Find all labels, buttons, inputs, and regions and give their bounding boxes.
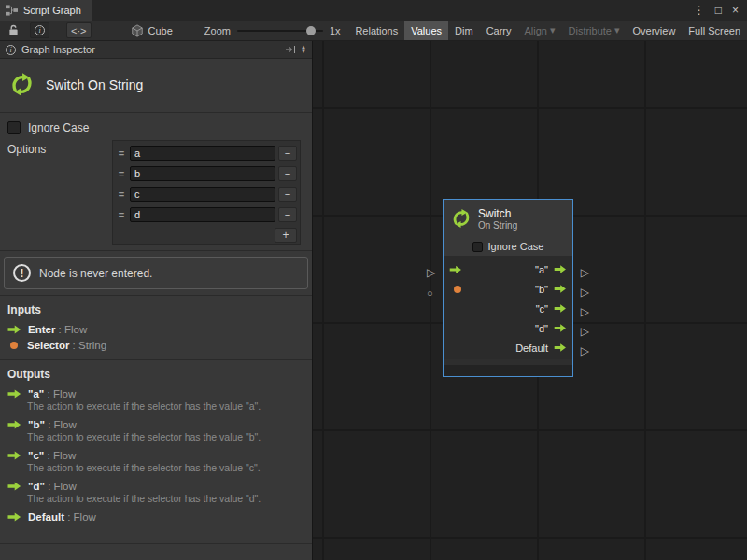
ignore-case-checkbox[interactable] — [7, 121, 21, 134]
port-name: Selector — [27, 340, 69, 351]
drag-handle-icon[interactable]: = — [116, 147, 127, 159]
port-label: "b" — [535, 284, 548, 295]
remove-option-button[interactable]: − — [278, 166, 297, 181]
port-name: "c" — [28, 450, 44, 461]
flow-input-port[interactable] — [449, 265, 462, 273]
port-sep: : — [55, 324, 64, 335]
flow-arrow-icon — [7, 420, 21, 429]
inspector-node-title: Switch On String — [46, 77, 143, 92]
flow-output-port[interactable] — [554, 285, 567, 293]
node-ignore-case-checkbox[interactable] — [472, 242, 483, 252]
port-type: Flow — [54, 419, 77, 430]
output-row: "b" : Flow The action to execute if the … — [7, 419, 304, 442]
drag-handle-icon[interactable]: = — [116, 168, 127, 179]
node-title: Switch — [478, 207, 517, 220]
drag-handle-icon[interactable]: = — [116, 209, 127, 220]
flow-output-port[interactable] — [554, 265, 567, 273]
flow-arrow-icon — [7, 512, 21, 522]
node-subtitle: On String — [478, 220, 517, 231]
flow-output-port[interactable] — [554, 343, 567, 352]
port-name: Enter — [28, 324, 55, 335]
stepper[interactable]: ▲ ▼ — [301, 45, 306, 54]
output-desc: The action to execute if the selector ha… — [27, 462, 304, 473]
code-icon: <·> — [71, 25, 87, 36]
port-type: Flow — [64, 324, 87, 335]
output-row-default: Default : Flow — [7, 511, 304, 523]
add-option-button[interactable]: + — [275, 228, 297, 243]
option-input[interactable] — [130, 166, 275, 181]
zoom-slider-handle[interactable] — [306, 26, 316, 35]
option-input[interactable] — [130, 187, 275, 202]
port-name: "a" — [28, 388, 44, 399]
flow-arrow-icon — [7, 389, 21, 399]
tab-script-graph[interactable]: Script Graph — [0, 0, 92, 21]
outputs-heading: Outputs — [7, 368, 304, 381]
drag-handle-icon[interactable]: = — [116, 189, 127, 200]
graph-toolbar: i <·> Cube Zoom 1x Relations Values Dim … — [0, 21, 747, 41]
stepper-down-icon[interactable]: ▼ — [301, 49, 306, 54]
maximize-icon[interactable]: □ — [715, 4, 722, 17]
toolbar-button-overview[interactable]: Overview — [627, 21, 683, 40]
lock-icon — [8, 24, 19, 36]
port-type: Flow — [74, 511, 96, 523]
port-marker-triangle[interactable]: ▷ — [581, 345, 589, 357]
toolbar-button-carry[interactable]: Carry — [480, 21, 518, 40]
toolbar-button-relations[interactable]: Relations — [348, 21, 404, 40]
flow-arrow-icon — [7, 325, 21, 334]
menu-icon[interactable]: ⋮ — [694, 4, 705, 17]
inspector-header-title: Graph Inspector — [21, 44, 95, 55]
toolbar-button-align[interactable]: Align ▾ — [518, 21, 562, 40]
remove-option-button[interactable]: − — [278, 207, 297, 222]
cube-icon — [131, 24, 144, 37]
toolbar-button-values[interactable]: Values — [404, 21, 448, 40]
close-icon[interactable]: × — [732, 4, 739, 17]
port-marker-circle[interactable]: ○ — [427, 287, 433, 299]
flow-arrow-icon — [7, 451, 21, 460]
port-label: Default — [515, 343, 548, 354]
graph-canvas[interactable]: Switch On String Ignore Case "a" "b" "c" — [313, 41, 747, 560]
input-row-selector: Selector : String — [7, 340, 304, 351]
port-type: Flow — [53, 450, 76, 461]
inputs-section: Inputs Enter : Flow Selector : String — [0, 296, 312, 359]
switch-node[interactable]: Switch On String Ignore Case "a" "b" "c" — [443, 199, 573, 377]
lock-button[interactable] — [4, 22, 22, 38]
dock-icon[interactable] — [285, 45, 297, 54]
cube-label: Cube — [148, 25, 173, 36]
port-label: "c" — [536, 303, 548, 315]
option-row: = − — [116, 163, 297, 184]
port-sep: : — [69, 340, 78, 351]
script-graph-icon — [6, 5, 18, 16]
info-toggle-button[interactable]: i — [30, 22, 49, 38]
code-view-button[interactable]: <·> — [66, 22, 92, 38]
flow-arrow-icon — [7, 482, 21, 491]
port-marker-triangle[interactable]: ▷ — [581, 306, 589, 317]
output-row: "d" : Flow The action to execute if the … — [7, 481, 304, 504]
selector-input-port[interactable] — [451, 286, 464, 293]
inputs-heading: Inputs — [7, 303, 304, 316]
port-name: "d" — [28, 481, 45, 492]
toolbar-button-distribute[interactable]: Distribute ▾ — [562, 21, 627, 40]
remove-option-button[interactable]: − — [278, 146, 297, 161]
option-input[interactable] — [130, 207, 275, 222]
cube-context-button[interactable]: Cube — [131, 24, 173, 37]
port-marker-triangle[interactable]: ▷ — [581, 267, 589, 278]
warning-box: ! Node is never entered. — [4, 257, 308, 289]
flow-output-port[interactable] — [554, 324, 567, 332]
remove-option-button[interactable]: − — [278, 187, 297, 202]
port-name: Default — [28, 511, 64, 523]
output-desc: The action to execute if the selector ha… — [27, 431, 304, 442]
port-marker-triangle[interactable]: ▷ — [581, 326, 589, 337]
flow-output-port[interactable] — [554, 304, 567, 313]
node-ignore-case-label: Ignore Case — [488, 241, 544, 252]
port-marker-triangle[interactable]: ▷ — [427, 267, 435, 278]
port-sep: : — [45, 481, 54, 492]
port-marker-triangle[interactable]: ▷ — [581, 287, 589, 298]
zoom-slider[interactable] — [237, 30, 323, 32]
graph-inspector-panel: i Graph Inspector ▲ ▼ Switch On String I… — [0, 41, 313, 560]
toolbar-button-dim[interactable]: Dim — [448, 21, 480, 40]
ignore-case-label: Ignore Case — [28, 121, 89, 134]
zoom-value: 1x — [330, 25, 341, 36]
option-row: = − — [116, 204, 297, 225]
toolbar-button-fullscreen[interactable]: Full Screen — [682, 21, 747, 40]
option-input[interactable] — [130, 146, 275, 161]
